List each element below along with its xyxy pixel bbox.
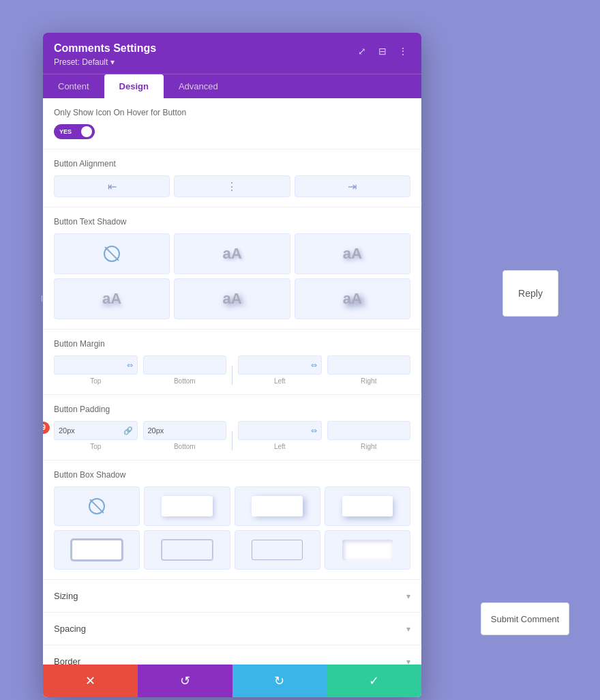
sizing-accordion[interactable]: Sizing ▾ xyxy=(43,580,421,613)
tab-content[interactable]: Content xyxy=(43,74,104,98)
align-left-button[interactable]: ⇤ xyxy=(54,175,170,197)
box-shadow-3[interactable] xyxy=(325,486,410,526)
only-show-icon-section: Only Show Icon On Hover for Button YES xyxy=(43,98,421,149)
box-shadow-2[interactable] xyxy=(235,486,320,526)
save-button[interactable]: ✓ xyxy=(327,665,421,697)
preset-chevron-icon: ▾ xyxy=(110,57,115,67)
toggle-yes-label: YES xyxy=(57,128,72,135)
redo-icon: ↻ xyxy=(274,673,284,688)
padding-bottom-input[interactable] xyxy=(148,426,222,435)
box-shadow-7[interactable] xyxy=(325,530,410,570)
no-shadow-icon xyxy=(104,246,120,262)
cancel-button[interactable]: ✕ xyxy=(43,665,138,697)
margin-row: ⇔ Top Bottom ⇔ Left xyxy=(54,355,410,385)
margin-left-input[interactable] xyxy=(243,361,311,369)
box-shadow-grid xyxy=(54,486,410,570)
submit-comment-button[interactable]: Submit Comment xyxy=(481,602,569,635)
box-shadow-2-preview xyxy=(252,496,303,517)
spacing-accordion[interactable]: Spacing ▾ xyxy=(43,613,421,645)
padding-divider xyxy=(232,431,232,450)
button-text-shadow-section: Button Text Shadow aA aA aA aA aA xyxy=(43,207,421,330)
toggle-switch[interactable]: YES xyxy=(54,124,95,139)
text-shadow-5-preview: aA xyxy=(343,290,362,308)
tab-advanced[interactable]: Advanced xyxy=(164,74,233,98)
button-margin-section: Button Margin ⇔ Top Bottom xyxy=(43,330,421,395)
text-shadow-2-preview: aA xyxy=(343,245,362,263)
margin-bottom-group: Bottom xyxy=(143,355,227,385)
margin-bottom-field[interactable] xyxy=(143,355,227,375)
border-accordion[interactable]: Border ▾ xyxy=(43,645,421,665)
padding-right-field[interactable] xyxy=(327,421,411,440)
box-shadow-7-preview xyxy=(342,540,393,561)
padding-left-input[interactable] xyxy=(243,426,311,435)
more-options-icon[interactable]: ⋮ xyxy=(395,44,410,59)
button-padding-label: Button Padding xyxy=(54,405,410,414)
reply-button[interactable]: Reply xyxy=(502,270,558,317)
padding-left-label: Left xyxy=(238,443,322,450)
margin-link-icon-2: ⇔ xyxy=(311,361,317,370)
text-shadow-1-preview: aA xyxy=(222,245,241,263)
padding-bottom-field[interactable] xyxy=(143,421,227,440)
sizing-label: Sizing xyxy=(54,591,78,601)
margin-top-field[interactable]: ⇔ xyxy=(54,355,138,375)
margin-bottom-label: Bottom xyxy=(143,377,227,385)
text-shadow-3-preview: aA xyxy=(102,290,121,308)
box-shadow-1[interactable] xyxy=(144,486,230,526)
padding-top-label: Top xyxy=(54,443,138,450)
margin-right-label: Right xyxy=(327,377,411,385)
columns-icon[interactable]: ⊟ xyxy=(375,44,390,59)
padding-link-icon-2: ⇔ xyxy=(311,426,317,435)
undo-button[interactable]: ↺ xyxy=(138,665,232,697)
tab-design[interactable]: Design xyxy=(104,74,164,98)
margin-right-input[interactable] xyxy=(332,361,406,369)
box-shadow-6-preview xyxy=(252,540,303,561)
margin-left-field[interactable]: ⇔ xyxy=(238,355,322,375)
box-shadow-none[interactable] xyxy=(54,486,140,526)
margin-right-field[interactable] xyxy=(327,355,411,375)
button-box-shadow-section: Button Box Shadow xyxy=(43,461,421,580)
cancel-icon: ✕ xyxy=(85,673,95,688)
text-shadow-2[interactable]: aA xyxy=(295,233,410,274)
box-shadow-5[interactable] xyxy=(144,530,230,570)
padding-bottom-group: Bottom xyxy=(143,421,227,450)
border-label: Border xyxy=(54,656,80,665)
text-shadow-none[interactable] xyxy=(54,233,170,274)
text-shadow-grid: aA aA aA aA aA xyxy=(54,233,410,319)
margin-left-label: Left xyxy=(238,377,322,385)
toggle-row: YES xyxy=(54,124,410,139)
margin-left-group: ⇔ Left xyxy=(238,355,322,385)
box-shadow-3-preview xyxy=(342,496,393,517)
preset-selector[interactable]: Preset: Default ▾ xyxy=(54,57,156,67)
only-show-icon-label: Only Show Icon On Hover for Button xyxy=(54,108,410,117)
align-center-button[interactable]: ⋮ xyxy=(174,175,290,197)
expand-icon[interactable]: ⤢ xyxy=(355,44,370,59)
button-alignment-section: Button Alignment ⇤ ⋮ ⇥ xyxy=(43,149,421,207)
preset-label-text: Preset: Default xyxy=(54,57,108,67)
margin-bottom-input[interactable] xyxy=(148,361,222,369)
redo-button[interactable]: ↻ xyxy=(232,665,327,697)
padding-top-field[interactable]: 🔗 xyxy=(54,421,138,440)
text-shadow-1[interactable]: aA xyxy=(174,233,290,274)
padding-badge: 9 xyxy=(43,422,50,434)
text-shadow-5[interactable]: aA xyxy=(295,278,410,319)
box-shadow-4[interactable] xyxy=(54,530,140,570)
text-shadow-3[interactable]: aA xyxy=(54,278,170,319)
padding-link-icon: 🔗 xyxy=(123,426,133,435)
text-shadow-4-preview: aA xyxy=(222,290,241,308)
button-padding-section: 9 Button Padding 🔗 Top Bottom xyxy=(43,395,421,461)
box-shadow-1-preview xyxy=(162,496,213,517)
padding-top-input[interactable] xyxy=(59,426,123,435)
button-alignment-label: Button Alignment xyxy=(54,159,410,169)
align-right-button[interactable]: ⇥ xyxy=(295,175,410,197)
box-shadow-5-preview xyxy=(162,540,213,561)
box-shadow-6[interactable] xyxy=(235,530,320,570)
margin-top-input[interactable] xyxy=(59,361,127,369)
box-shadow-none-icon xyxy=(89,498,105,514)
margin-link-icon: ⇔ xyxy=(127,361,133,370)
modal-header-left: Comments Settings Preset: Default ▾ xyxy=(54,42,156,67)
box-shadow-4-preview xyxy=(72,540,123,561)
padding-left-field[interactable]: ⇔ xyxy=(238,421,322,440)
text-shadow-4[interactable]: aA xyxy=(174,278,290,319)
padding-right-input[interactable] xyxy=(332,426,406,435)
padding-row: 🔗 Top Bottom ⇔ Left xyxy=(54,421,410,450)
